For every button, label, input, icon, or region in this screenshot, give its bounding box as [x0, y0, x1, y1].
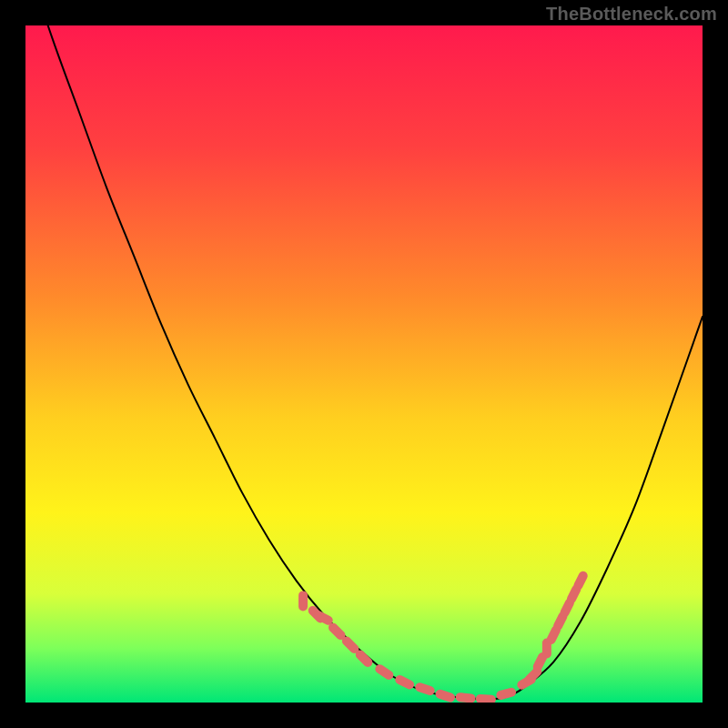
plot-area: [25, 25, 703, 703]
marker-pill: [298, 591, 308, 611]
gradient-background: [25, 25, 703, 703]
chart-svg: [25, 25, 703, 703]
chart-outer-frame: TheBottleneck.com: [0, 0, 728, 728]
watermark-text: TheBottleneck.com: [546, 4, 717, 25]
